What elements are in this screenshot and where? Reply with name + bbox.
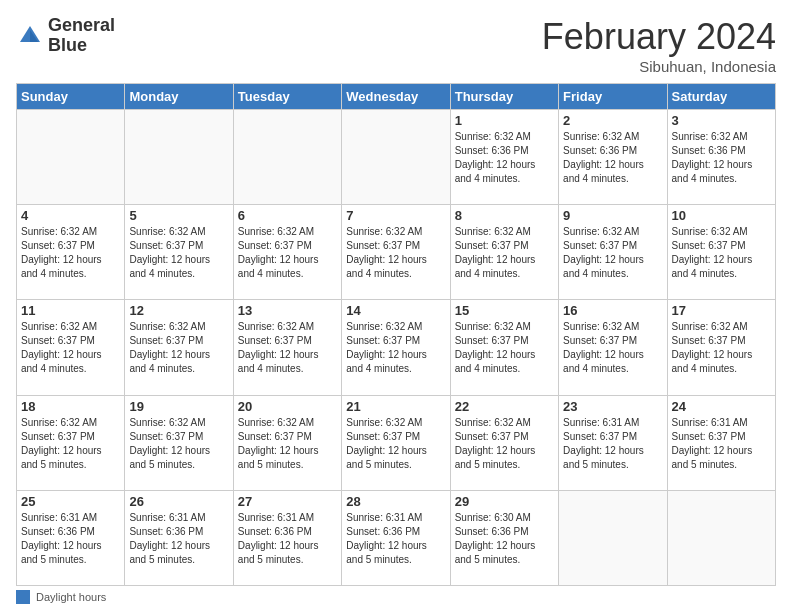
day-info: Sunrise: 6:32 AMSunset: 6:37 PMDaylight:… (346, 320, 445, 376)
day-info: Sunrise: 6:32 AMSunset: 6:36 PMDaylight:… (672, 130, 771, 186)
day-number: 7 (346, 208, 445, 223)
day-number: 18 (21, 399, 120, 414)
day-info: Sunrise: 6:32 AMSunset: 6:37 PMDaylight:… (455, 416, 554, 472)
day-info: Sunrise: 6:31 AMSunset: 6:37 PMDaylight:… (563, 416, 662, 472)
day-info: Sunrise: 6:32 AMSunset: 6:37 PMDaylight:… (238, 225, 337, 281)
calendar-week-row: 4Sunrise: 6:32 AMSunset: 6:37 PMDaylight… (17, 205, 776, 300)
day-number: 6 (238, 208, 337, 223)
day-info: Sunrise: 6:32 AMSunset: 6:37 PMDaylight:… (563, 320, 662, 376)
day-info: Sunrise: 6:32 AMSunset: 6:37 PMDaylight:… (563, 225, 662, 281)
day-number: 20 (238, 399, 337, 414)
weekday-header: Saturday (667, 84, 775, 110)
logo: General Blue (16, 16, 115, 56)
calendar-cell (125, 110, 233, 205)
calendar-week-row: 25Sunrise: 6:31 AMSunset: 6:36 PMDayligh… (17, 490, 776, 585)
day-number: 28 (346, 494, 445, 509)
weekday-header: Thursday (450, 84, 558, 110)
calendar-cell: 19Sunrise: 6:32 AMSunset: 6:37 PMDayligh… (125, 395, 233, 490)
day-number: 12 (129, 303, 228, 318)
day-info: Sunrise: 6:32 AMSunset: 6:37 PMDaylight:… (21, 320, 120, 376)
calendar-cell: 14Sunrise: 6:32 AMSunset: 6:37 PMDayligh… (342, 300, 450, 395)
day-number: 15 (455, 303, 554, 318)
month-title: February 2024 (542, 16, 776, 58)
day-info: Sunrise: 6:31 AMSunset: 6:36 PMDaylight:… (238, 511, 337, 567)
weekday-header: Tuesday (233, 84, 341, 110)
calendar-cell: 13Sunrise: 6:32 AMSunset: 6:37 PMDayligh… (233, 300, 341, 395)
day-info: Sunrise: 6:32 AMSunset: 6:37 PMDaylight:… (21, 225, 120, 281)
day-number: 13 (238, 303, 337, 318)
logo-text: General Blue (48, 16, 115, 56)
day-number: 3 (672, 113, 771, 128)
calendar-cell: 27Sunrise: 6:31 AMSunset: 6:36 PMDayligh… (233, 490, 341, 585)
day-info: Sunrise: 6:32 AMSunset: 6:37 PMDaylight:… (129, 416, 228, 472)
day-info: Sunrise: 6:31 AMSunset: 6:36 PMDaylight:… (346, 511, 445, 567)
weekday-header: Monday (125, 84, 233, 110)
calendar-cell: 5Sunrise: 6:32 AMSunset: 6:37 PMDaylight… (125, 205, 233, 300)
calendar-cell: 22Sunrise: 6:32 AMSunset: 6:37 PMDayligh… (450, 395, 558, 490)
day-number: 23 (563, 399, 662, 414)
day-info: Sunrise: 6:32 AMSunset: 6:37 PMDaylight:… (346, 225, 445, 281)
calendar-cell: 2Sunrise: 6:32 AMSunset: 6:36 PMDaylight… (559, 110, 667, 205)
calendar-cell (559, 490, 667, 585)
weekday-header-row: SundayMondayTuesdayWednesdayThursdayFrid… (17, 84, 776, 110)
day-info: Sunrise: 6:32 AMSunset: 6:37 PMDaylight:… (455, 320, 554, 376)
day-number: 9 (563, 208, 662, 223)
day-info: Sunrise: 6:31 AMSunset: 6:36 PMDaylight:… (21, 511, 120, 567)
calendar-cell: 9Sunrise: 6:32 AMSunset: 6:37 PMDaylight… (559, 205, 667, 300)
calendar-week-row: 11Sunrise: 6:32 AMSunset: 6:37 PMDayligh… (17, 300, 776, 395)
weekday-header: Friday (559, 84, 667, 110)
calendar-cell: 10Sunrise: 6:32 AMSunset: 6:37 PMDayligh… (667, 205, 775, 300)
title-block: February 2024 Sibuhuan, Indonesia (542, 16, 776, 75)
logo-line2: Blue (48, 36, 115, 56)
day-number: 25 (21, 494, 120, 509)
logo-line1: General (48, 16, 115, 36)
calendar-cell: 11Sunrise: 6:32 AMSunset: 6:37 PMDayligh… (17, 300, 125, 395)
day-number: 24 (672, 399, 771, 414)
weekday-header: Sunday (17, 84, 125, 110)
day-number: 5 (129, 208, 228, 223)
day-info: Sunrise: 6:32 AMSunset: 6:37 PMDaylight:… (238, 416, 337, 472)
day-number: 19 (129, 399, 228, 414)
calendar-cell (233, 110, 341, 205)
calendar-cell (17, 110, 125, 205)
header: General Blue February 2024 Sibuhuan, Ind… (16, 16, 776, 75)
day-number: 14 (346, 303, 445, 318)
day-number: 17 (672, 303, 771, 318)
day-info: Sunrise: 6:32 AMSunset: 6:37 PMDaylight:… (129, 320, 228, 376)
calendar-cell: 12Sunrise: 6:32 AMSunset: 6:37 PMDayligh… (125, 300, 233, 395)
calendar-cell: 18Sunrise: 6:32 AMSunset: 6:37 PMDayligh… (17, 395, 125, 490)
day-number: 26 (129, 494, 228, 509)
day-info: Sunrise: 6:30 AMSunset: 6:36 PMDaylight:… (455, 511, 554, 567)
day-info: Sunrise: 6:32 AMSunset: 6:37 PMDaylight:… (672, 225, 771, 281)
calendar-week-row: 18Sunrise: 6:32 AMSunset: 6:37 PMDayligh… (17, 395, 776, 490)
calendar-week-row: 1Sunrise: 6:32 AMSunset: 6:36 PMDaylight… (17, 110, 776, 205)
day-info: Sunrise: 6:32 AMSunset: 6:37 PMDaylight:… (238, 320, 337, 376)
calendar-cell: 23Sunrise: 6:31 AMSunset: 6:37 PMDayligh… (559, 395, 667, 490)
day-number: 16 (563, 303, 662, 318)
calendar-cell: 15Sunrise: 6:32 AMSunset: 6:37 PMDayligh… (450, 300, 558, 395)
page: General Blue February 2024 Sibuhuan, Ind… (0, 0, 792, 612)
day-info: Sunrise: 6:32 AMSunset: 6:37 PMDaylight:… (455, 225, 554, 281)
calendar-cell: 17Sunrise: 6:32 AMSunset: 6:37 PMDayligh… (667, 300, 775, 395)
calendar-cell (342, 110, 450, 205)
day-number: 22 (455, 399, 554, 414)
day-info: Sunrise: 6:31 AMSunset: 6:36 PMDaylight:… (129, 511, 228, 567)
calendar-table: SundayMondayTuesdayWednesdayThursdayFrid… (16, 83, 776, 586)
day-number: 29 (455, 494, 554, 509)
day-number: 8 (455, 208, 554, 223)
day-number: 21 (346, 399, 445, 414)
day-number: 27 (238, 494, 337, 509)
calendar-cell: 6Sunrise: 6:32 AMSunset: 6:37 PMDaylight… (233, 205, 341, 300)
calendar-cell: 8Sunrise: 6:32 AMSunset: 6:37 PMDaylight… (450, 205, 558, 300)
calendar-cell: 7Sunrise: 6:32 AMSunset: 6:37 PMDaylight… (342, 205, 450, 300)
location: Sibuhuan, Indonesia (542, 58, 776, 75)
calendar-cell (667, 490, 775, 585)
calendar-cell: 21Sunrise: 6:32 AMSunset: 6:37 PMDayligh… (342, 395, 450, 490)
weekday-header: Wednesday (342, 84, 450, 110)
calendar-cell: 28Sunrise: 6:31 AMSunset: 6:36 PMDayligh… (342, 490, 450, 585)
calendar-cell: 25Sunrise: 6:31 AMSunset: 6:36 PMDayligh… (17, 490, 125, 585)
footer: Daylight hours (16, 590, 776, 604)
daylight-legend-label: Daylight hours (36, 591, 106, 603)
calendar-cell: 24Sunrise: 6:31 AMSunset: 6:37 PMDayligh… (667, 395, 775, 490)
calendar-cell: 16Sunrise: 6:32 AMSunset: 6:37 PMDayligh… (559, 300, 667, 395)
